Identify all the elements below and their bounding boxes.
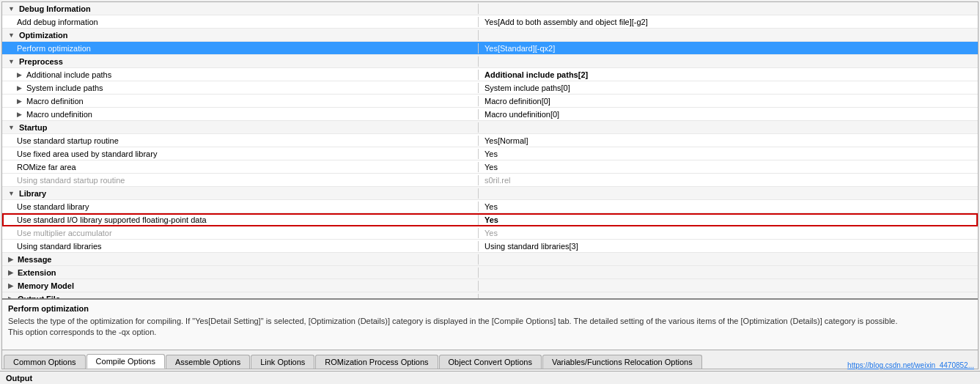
row-perform-optimization-label: Perform optimization (17, 44, 91, 53)
collapse-memory-model-icon: ▶ (8, 282, 13, 289)
tab-common-options[interactable]: Common Options (4, 355, 86, 369)
tab-variables-relocation-options[interactable]: Variables/Functions Relocation Options (542, 355, 702, 369)
row-system-include-value: System include paths[0] (479, 83, 978, 93)
section-debug[interactable]: ▼ Debug Information (2, 2, 978, 15)
row-additional-include-value: Additional include paths[2] (479, 70, 978, 80)
expand-additional-include-icon: ▶ (17, 71, 22, 78)
section-memory-model-label: Memory Model (18, 281, 74, 290)
tab-object-convert-options[interactable]: Object Convert Options (439, 355, 542, 369)
row-additional-include[interactable]: ▶ Additional include paths Additional in… (2, 68, 978, 81)
row-standard-startup-label: Use standard startup routine (17, 136, 119, 145)
row-add-debug-value: Yes[Add to both assembly and object file… (479, 17, 978, 27)
collapse-preprocess-icon: ▼ (8, 58, 15, 65)
output-label: Output (6, 374, 32, 383)
row-using-standard-libraries-label: Using standard libraries (17, 242, 102, 251)
tabs-bar: Common Options Compile Options Assemble … (2, 350, 978, 369)
row-add-debug-label: Add debug information (17, 18, 98, 26)
expand-system-include-icon: ▶ (17, 84, 22, 92)
section-optimization-label: Optimization (19, 31, 68, 40)
section-library[interactable]: ▼ Library (2, 187, 978, 200)
row-romize-far-label: ROMize far area (17, 163, 76, 171)
row-use-standard-library-value: Yes (479, 202, 978, 212)
section-memory-model-value (479, 285, 978, 287)
row-add-debug[interactable]: Add debug information Yes[Add to both as… (2, 15, 978, 29)
section-memory-model[interactable]: ▶ Memory Model (2, 279, 978, 292)
section-library-value (479, 193, 978, 194)
row-standard-startup-value: Yes[Normal] (479, 136, 978, 146)
tab-assemble-options[interactable]: Assemble Options (166, 355, 250, 369)
section-extension-value (479, 272, 978, 273)
row-romize-far-value: Yes (479, 162, 978, 172)
row-multiplier-accumulator-label: Use multiplier accumulator (17, 229, 112, 237)
section-startup-value (479, 127, 978, 128)
row-macro-undefinition-label: Macro undefinition (26, 110, 92, 119)
section-debug-label: Debug Information (19, 4, 91, 13)
section-debug-value (479, 8, 978, 10)
row-using-standard-startup-label: Using standard startup routine (17, 176, 125, 185)
row-romize-far[interactable]: ROMize far area Yes (2, 160, 978, 174)
row-perform-optimization[interactable]: Perform optimization Yes[Standard][-qx2] (2, 42, 978, 55)
expand-macro-def-icon: ▶ (17, 97, 22, 105)
section-preprocess-value (479, 61, 978, 62)
section-message-value (479, 259, 978, 260)
section-message-label: Message (18, 255, 51, 264)
collapse-optimization-icon: ▼ (8, 32, 15, 39)
row-use-standard-library-label: Use standard library (17, 202, 89, 211)
section-extension[interactable]: ▶ Extension (2, 266, 978, 279)
section-preprocess[interactable]: ▼ Preprocess (2, 55, 978, 68)
row-use-stdio-float[interactable]: Use standard I/O library supported float… (2, 213, 978, 226)
row-using-standard-libraries-value: Using standard libraries[3] (479, 241, 978, 251)
collapse-library-icon: ▼ (8, 190, 15, 197)
row-use-stdio-float-value: Yes (479, 215, 978, 225)
row-standard-startup[interactable]: Use standard startup routine Yes[Normal] (2, 134, 978, 147)
row-perform-optimization-value: Yes[Standard][-qx2] (479, 43, 978, 53)
tab-link-options[interactable]: Link Options (251, 355, 314, 369)
section-startup-label: Startup (19, 123, 48, 132)
section-message[interactable]: ▶ Message (2, 253, 978, 266)
collapse-message-icon: ▶ (8, 256, 13, 263)
row-multiplier-accumulator[interactable]: Use multiplier accumulator Yes (2, 226, 978, 240)
row-system-include-label: System include paths (26, 84, 103, 92)
row-macro-undefinition-value: Macro undefinition[0] (479, 109, 978, 119)
description-area: Perform optimization Selects the type of… (2, 298, 978, 350)
row-system-include[interactable]: ▶ System include paths System include pa… (2, 81, 978, 95)
row-using-standard-libraries[interactable]: Using standard libraries Using standard … (2, 240, 978, 253)
section-preprocess-label: Preprocess (19, 57, 63, 66)
output-bar: Output (0, 371, 980, 384)
row-macro-undefinition[interactable]: ▶ Macro undefinition Macro undefinition[… (2, 108, 978, 121)
row-using-standard-startup[interactable]: Using standard startup routine s0ril.rel (2, 174, 978, 187)
properties-table[interactable]: ▼ Debug Information Add debug informatio… (2, 2, 978, 298)
row-multiplier-accumulator-value: Yes (479, 228, 978, 238)
section-library-label: Library (19, 189, 46, 198)
collapse-extension-icon: ▶ (8, 269, 13, 276)
main-panel: ▼ Debug Information Add debug informatio… (1, 1, 979, 369)
tab-compile-options[interactable]: Compile Options (86, 354, 165, 369)
section-output-file[interactable]: ▶ Output File (2, 292, 978, 298)
row-additional-include-label: Additional include paths (26, 70, 111, 79)
row-macro-definition[interactable]: ▶ Macro definition Macro definition[0] (2, 95, 978, 108)
tab-romization-options[interactable]: ROMization Process Options (315, 355, 438, 369)
collapse-startup-icon: ▼ (8, 124, 15, 131)
description-text: Selects the type of the optimization for… (8, 316, 972, 339)
section-extension-label: Extension (18, 268, 56, 277)
row-fixed-area-label: Use fixed area used by standard library (17, 149, 157, 158)
expand-macro-undef-icon: ▶ (17, 111, 22, 118)
section-optimization-value (479, 34, 978, 36)
row-use-standard-library[interactable]: Use standard library Yes (2, 200, 978, 213)
section-optimization[interactable]: ▼ Optimization (2, 29, 978, 42)
description-title: Perform optimization (8, 304, 972, 313)
row-macro-definition-label: Macro definition (26, 97, 84, 106)
row-use-stdio-float-label: Use standard I/O library supported float… (17, 215, 207, 224)
collapse-debug-icon: ▼ (8, 5, 15, 12)
section-startup[interactable]: ▼ Startup (2, 121, 978, 134)
row-macro-definition-value: Macro definition[0] (479, 96, 978, 106)
row-using-standard-startup-value: s0ril.rel (479, 175, 978, 185)
row-fixed-area[interactable]: Use fixed area used by standard library … (2, 147, 978, 160)
row-fixed-area-value: Yes (479, 149, 978, 159)
